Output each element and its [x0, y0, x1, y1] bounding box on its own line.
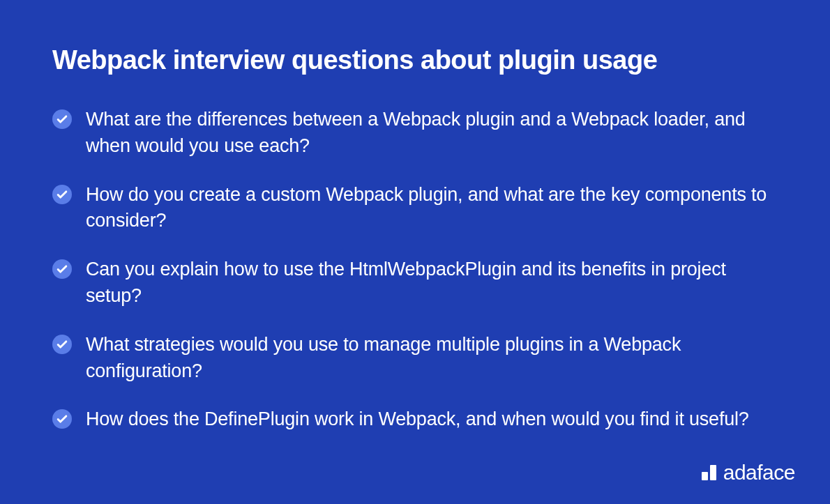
list-item: How does the DefinePlugin work in Webpac…: [52, 406, 778, 433]
question-text: How do you create a custom Webpack plugi…: [86, 182, 778, 235]
brand-logo: adaface: [702, 461, 795, 484]
page-title: Webpack interview questions about plugin…: [52, 45, 778, 75]
checkmark-icon: [52, 409, 72, 429]
question-text: What strategies would you use to manage …: [86, 332, 778, 385]
question-text: How does the DefinePlugin work in Webpac…: [86, 406, 749, 433]
checkmark-icon: [52, 259, 72, 279]
list-item: What strategies would you use to manage …: [52, 332, 778, 385]
checkmark-icon: [52, 185, 72, 204]
question-text: What are the differences between a Webpa…: [86, 107, 778, 160]
list-item: How do you create a custom Webpack plugi…: [52, 182, 778, 235]
checkmark-icon: [52, 335, 72, 354]
question-text: Can you explain how to use the HtmlWebpa…: [86, 257, 778, 310]
questions-list: What are the differences between a Webpa…: [52, 107, 778, 433]
brand-bars-icon: [702, 465, 716, 480]
brand-name: adaface: [723, 461, 795, 484]
list-item: What are the differences between a Webpa…: [52, 107, 778, 160]
checkmark-icon: [52, 109, 72, 129]
list-item: Can you explain how to use the HtmlWebpa…: [52, 257, 778, 310]
